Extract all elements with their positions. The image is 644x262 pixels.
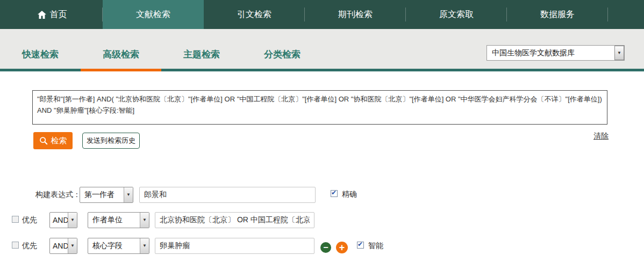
- field-select-row3-value: 核心字段: [88, 241, 140, 251]
- tab-classification-search[interactable]: 分类检索: [242, 42, 323, 71]
- field-select-row3[interactable]: 核心字段 ▼: [88, 238, 149, 254]
- nav-item-literature-search[interactable]: 文献检索: [103, 0, 204, 29]
- search-expression-textarea[interactable]: "郎景和"[第一作者] AND( "北京协和医院〔北京〕"[作者单位] OR "…: [32, 90, 607, 125]
- add-row-button[interactable]: +: [336, 242, 348, 253]
- search-mode-tabs: 快速检索 高级检索 主题检索 分类检索: [0, 42, 323, 71]
- chevron-down-icon[interactable]: ▼: [614, 46, 624, 60]
- chevron-down-icon[interactable]: ▼: [68, 238, 77, 253]
- operator-select-row2-value: AND: [50, 216, 68, 224]
- top-navigation: 首页 文献检索 引文检索 期刊检索 原文索取 数据服务: [0, 0, 644, 29]
- search-mode-tab-bar: 快速检索 高级检索 主题检索 分类检索 中国生物医学文献数据库 ▼: [0, 29, 644, 71]
- nav-item-label: 首页: [50, 9, 67, 20]
- search-button-label: 检索: [51, 136, 67, 146]
- home-icon: [38, 11, 46, 19]
- nav-item-home[interactable]: 首页: [2, 0, 103, 29]
- send-to-history-button[interactable]: 发送到检索历史: [82, 133, 140, 149]
- search-button[interactable]: 检索: [33, 132, 73, 149]
- tab-label: 主题检索: [183, 49, 220, 60]
- nav-item-label: 原文索取: [439, 9, 474, 20]
- tab-quick-search[interactable]: 快速检索: [0, 42, 81, 71]
- tab-subject-search[interactable]: 主题检索: [161, 42, 242, 71]
- tab-label: 高级检索: [103, 49, 139, 60]
- field-select-row1[interactable]: 第一作者 ▼: [80, 187, 133, 203]
- nav-item-citation-search[interactable]: 引文检索: [204, 0, 305, 29]
- nav-item-journal-search[interactable]: 期刊检索: [305, 0, 406, 29]
- build-expression-label: 构建表达式：: [35, 190, 81, 200]
- nav-item-data-service[interactable]: 数据服务: [507, 0, 608, 29]
- tab-advanced-search[interactable]: 高级检索: [81, 42, 161, 71]
- value-input-row1[interactable]: [139, 187, 316, 203]
- advanced-search-panel: "郎景和"[第一作者] AND( "北京协和医院〔北京〕"[作者单位] OR "…: [0, 71, 644, 262]
- remove-row-button[interactable]: −: [320, 242, 331, 253]
- field-select-row2[interactable]: 作者单位 ▼: [88, 212, 149, 228]
- chevron-down-icon[interactable]: ▼: [124, 187, 133, 202]
- nav-item-label: 数据服务: [540, 9, 575, 20]
- chevron-down-icon[interactable]: ▼: [68, 213, 77, 228]
- sinomed-advanced-search-page: 首页 文献检索 引文检索 期刊检索 原文索取 数据服务 快速检索 高级检索 主题…: [0, 0, 644, 262]
- chevron-down-glyph: ▼: [142, 244, 147, 248]
- nav-item-label: 文献检索: [136, 9, 170, 20]
- database-select[interactable]: 中国生物医学文献数据库 ▼: [486, 45, 625, 61]
- chevron-down-icon[interactable]: ▼: [140, 238, 149, 253]
- exact-checkbox[interactable]: [331, 190, 338, 197]
- exact-checkbox-label: 精确: [342, 190, 357, 199]
- tab-label: 分类检索: [264, 49, 300, 60]
- priority-checkbox-row2[interactable]: [12, 216, 19, 223]
- chevron-down-glyph: ▼: [617, 51, 621, 55]
- nav-item-label: 期刊检索: [338, 9, 373, 20]
- value-input-row3[interactable]: [155, 238, 314, 254]
- priority-label-row2: 优先: [22, 215, 37, 225]
- chevron-down-glyph: ▼: [126, 193, 131, 197]
- search-icon: [39, 136, 48, 145]
- priority-checkbox-row3[interactable]: [12, 242, 19, 249]
- value-input-row2[interactable]: [155, 212, 314, 228]
- field-select-row1-value: 第一作者: [80, 190, 124, 200]
- operator-select-row2[interactable]: AND ▼: [49, 212, 77, 228]
- field-select-row2-value: 作者单位: [88, 215, 140, 225]
- nav-item-label: 引文检索: [237, 9, 271, 20]
- operator-select-row3-value: AND: [50, 242, 68, 250]
- chevron-down-glyph: ▼: [70, 218, 75, 222]
- database-select-value: 中国生物医学文献数据库: [487, 48, 614, 58]
- smart-checkbox[interactable]: [357, 242, 364, 249]
- operator-select-row3[interactable]: AND ▼: [49, 238, 77, 254]
- clear-link[interactable]: 清除: [593, 132, 609, 141]
- chevron-down-icon[interactable]: ▼: [140, 213, 149, 228]
- tab-label: 快速检索: [22, 49, 59, 60]
- chevron-down-glyph: ▼: [142, 218, 147, 222]
- priority-label-row3: 优先: [22, 241, 37, 251]
- chevron-down-glyph: ▼: [70, 244, 75, 248]
- nav-item-fulltext-request[interactable]: 原文索取: [406, 0, 507, 29]
- smart-checkbox-label: 智能: [368, 241, 383, 251]
